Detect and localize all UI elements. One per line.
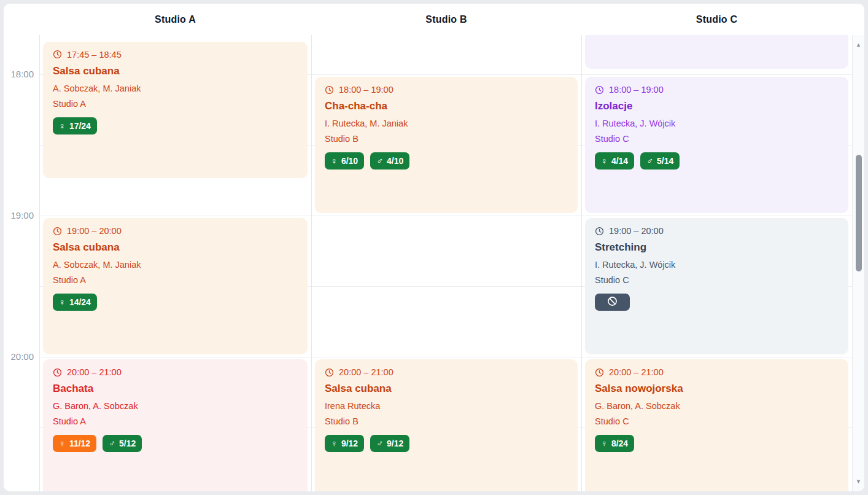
clock-icon xyxy=(595,85,604,95)
studio-header-b: Studio B xyxy=(311,14,581,25)
event-time-row: 20:00 – 21:00 xyxy=(53,367,298,377)
studio-header-a: Studio A xyxy=(39,14,311,25)
female-icon: ♀ xyxy=(601,156,608,166)
schedule-panel: Studio A Studio B Studio C ▲ ▼ 18:0019:0… xyxy=(4,4,864,491)
event-time-row: 17:45 – 18:45 xyxy=(53,50,298,60)
calendar-grid: ▲ ▼ 18:0019:0020:00 17:45 – 18:45 Salsa … xyxy=(4,35,864,491)
capacity-badge: ♂ 9/12 xyxy=(370,435,409,452)
event-time: 18:00 – 19:00 xyxy=(609,85,664,95)
event-title: Cha-cha-cha xyxy=(325,99,568,113)
event-title: Bachata xyxy=(53,382,298,396)
event-time-row: 20:00 – 21:00 xyxy=(595,367,839,377)
studio-header-c: Studio C xyxy=(581,14,852,25)
event-badges: ♀ 14/24 xyxy=(53,294,298,311)
event-title: Stretching xyxy=(595,241,839,254)
event-title: Salsa cubana xyxy=(53,64,298,78)
capacity-badge: ♂ 4/10 xyxy=(370,152,409,170)
clock-icon xyxy=(325,85,334,95)
event-card[interactable]: 19:00 – 20:00 Stretching I. Rutecka, J. … xyxy=(585,218,848,354)
clock-icon xyxy=(595,368,604,377)
event-location: Studio C xyxy=(595,273,839,288)
event-location: Studio C xyxy=(595,414,839,429)
event-time: 20:00 – 21:00 xyxy=(609,367,664,377)
event-instructors: A. Sobczak, M. Janiak xyxy=(53,81,298,96)
capacity-badge: ♂ 5/12 xyxy=(103,435,142,452)
calendar-column-line xyxy=(39,35,40,491)
studio-header-row: Studio A Studio B Studio C xyxy=(4,4,864,35)
calendar-column-line xyxy=(581,35,582,491)
female-icon: ♀ xyxy=(59,121,66,131)
scrollbar-thumb[interactable] xyxy=(856,155,862,271)
capacity-badge: ♀ 17/24 xyxy=(53,117,97,134)
event-time: 17:45 – 18:45 xyxy=(67,50,122,60)
capacity-value: 5/12 xyxy=(119,438,136,448)
event-card[interactable]: 18:00 – 19:00 Cha-cha-cha I. Rutecka, M.… xyxy=(315,77,578,213)
capacity-value: 5/14 xyxy=(657,156,673,166)
event-card[interactable]: 20:00 – 21:00 Salsa nowojorska G. Baron,… xyxy=(585,359,848,491)
capacity-badge xyxy=(595,294,630,311)
event-title: Salsa cubana xyxy=(325,382,568,396)
event-card[interactable]: 20:00 – 21:00 Salsa cubana Irena Rutecka… xyxy=(315,359,578,491)
capacity-badge: ♂ 5/14 xyxy=(640,152,680,170)
event-time: 19:00 – 20:00 xyxy=(67,226,122,236)
event-location: Studio A xyxy=(53,414,298,429)
event-badges: ♀ 4/14 ♂ 5/14 xyxy=(595,152,839,170)
capacity-value: 9/12 xyxy=(387,438,403,448)
event-title: Salsa nowojorska xyxy=(595,382,839,396)
clock-icon xyxy=(325,368,334,377)
capacity-value: 11/12 xyxy=(69,438,90,448)
capacity-value: 6/10 xyxy=(341,156,358,166)
event-card[interactable]: 17:45 – 18:45 Salsa cubana A. Sobczak, M… xyxy=(43,42,308,178)
time-label: 19:00 xyxy=(4,209,34,222)
female-icon: ♀ xyxy=(59,297,66,307)
event-card[interactable]: 18:00 – 19:00 Izolacje I. Rutecka, J. Wó… xyxy=(585,77,848,213)
capacity-badge: ♀ 6/10 xyxy=(325,152,364,170)
capacity-badge: ♀ 8/24 xyxy=(595,435,634,452)
capacity-value: 4/10 xyxy=(387,156,403,166)
event-location: Studio A xyxy=(53,96,298,112)
blocked-icon xyxy=(607,296,618,308)
event-location: Studio C xyxy=(595,131,839,147)
event-card[interactable]: 19:00 – 20:00 Salsa cubana A. Sobczak, M… xyxy=(43,218,308,354)
event-time: 18:00 – 19:00 xyxy=(339,85,393,95)
event-title: Izolacje xyxy=(595,99,839,113)
clock-icon xyxy=(53,227,62,236)
event-location: Studio B xyxy=(325,131,568,147)
event-badges: ♀ 17/24 xyxy=(53,117,298,134)
event-badges: ♀ 6/10 ♂ 4/10 xyxy=(325,152,568,170)
event-instructors: Irena Rutecka xyxy=(325,399,568,414)
event-instructors: A. Sobczak, M. Janiak xyxy=(53,257,298,273)
event-time-row: 20:00 – 21:00 xyxy=(325,367,568,377)
event-time-row: 18:00 – 19:00 xyxy=(325,85,568,95)
male-icon: ♂ xyxy=(376,156,383,166)
capacity-badge: ♀ 14/24 xyxy=(53,294,97,311)
scrollbar-track[interactable]: ▲ ▼ xyxy=(852,35,864,491)
capacity-value: 9/12 xyxy=(341,438,358,448)
calendar-hour-line xyxy=(39,357,852,357)
clock-icon xyxy=(53,368,62,377)
scrollbar-down-button[interactable]: ▼ xyxy=(853,477,864,486)
capacity-badge: ♀ 4/14 xyxy=(595,152,634,170)
event-time-row: 18:00 – 19:00 xyxy=(595,85,839,95)
event-instructors: I. Rutecka, J. Wójcik xyxy=(595,257,839,273)
event-title: Salsa cubana xyxy=(53,241,298,254)
capacity-badge: ♀ 9/12 xyxy=(325,435,364,452)
female-icon: ♀ xyxy=(331,156,338,166)
male-icon: ♂ xyxy=(109,438,115,448)
event-instructors: I. Rutecka, M. Janiak xyxy=(325,116,568,131)
calendar-column-line xyxy=(311,35,312,491)
male-icon: ♂ xyxy=(376,438,383,448)
female-icon: ♀ xyxy=(601,438,608,448)
event-instructors: G. Baron, A. Sobczak xyxy=(595,399,839,414)
event-card[interactable]: 20:00 – 21:00 Bachata G. Baron, A. Sobcz… xyxy=(43,359,308,491)
female-icon: ♀ xyxy=(331,438,338,448)
capacity-value: 17/24 xyxy=(69,121,91,131)
capacity-value: 4/14 xyxy=(611,156,628,166)
capacity-badge: ♀ 11/12 xyxy=(53,435,96,452)
scrollbar-up-button[interactable]: ▲ xyxy=(853,41,864,49)
event-time: 19:00 – 20:00 xyxy=(609,226,664,236)
event-card-partial[interactable] xyxy=(585,35,848,69)
event-badges xyxy=(595,294,839,311)
capacity-value: 14/24 xyxy=(69,297,91,307)
event-time: 20:00 – 21:00 xyxy=(339,367,393,377)
